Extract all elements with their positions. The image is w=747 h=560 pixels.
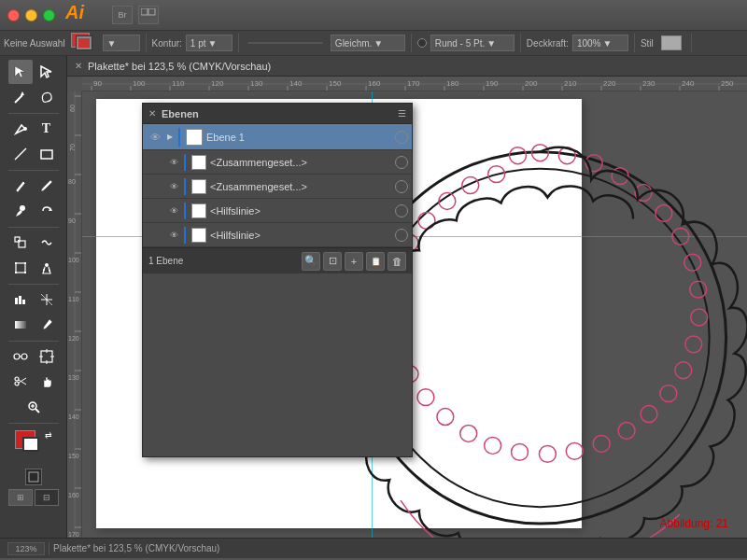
svg-rect-18 bbox=[15, 272, 17, 273]
sublayer-row-1[interactable]: 👁 <Zusammengeset...> bbox=[143, 150, 412, 175]
blend-tool[interactable] bbox=[8, 344, 33, 369]
sublayer-color-1 bbox=[184, 154, 186, 171]
layer-expand[interactable]: ▶ bbox=[163, 131, 176, 144]
new-sublayer-button[interactable]: + bbox=[345, 252, 363, 271]
scissors-tool[interactable] bbox=[8, 370, 33, 394]
minimize-button[interactable] bbox=[25, 9, 37, 21]
eyedropper-tool[interactable] bbox=[35, 313, 59, 337]
bridge-icon[interactable]: Br bbox=[112, 6, 133, 24]
ruler-vertical: 60 70 80 90 100 110 120 130 140 bbox=[67, 91, 82, 538]
rotate-tool[interactable] bbox=[35, 199, 59, 223]
panel-close-button[interactable]: ✕ bbox=[148, 108, 156, 119]
sublayer-eye-4[interactable]: 👁 bbox=[165, 227, 182, 244]
close-button[interactable] bbox=[7, 9, 20, 21]
tool-row-10 bbox=[8, 313, 59, 337]
sublayer-target-1[interactable] bbox=[395, 156, 408, 169]
gradient-tool[interactable] bbox=[8, 313, 33, 337]
sep3 bbox=[411, 34, 412, 52]
svg-text:90: 90 bbox=[68, 217, 76, 224]
change-screen-mode[interactable] bbox=[25, 469, 42, 485]
sublayer-target-4[interactable] bbox=[395, 229, 408, 242]
sublayer-name-4: <Hilfslinie> bbox=[210, 230, 395, 241]
new-layer-button[interactable]: 📋 bbox=[366, 252, 385, 271]
svg-text:130: 130 bbox=[68, 374, 79, 381]
deckkraft-dropdown[interactable]: 100%▼ bbox=[572, 35, 628, 51]
sublayer-eye-3[interactable]: 👁 bbox=[165, 203, 182, 219]
artboard-tool[interactable] bbox=[35, 344, 59, 369]
pen-tool[interactable] bbox=[8, 117, 33, 141]
svg-text:100: 100 bbox=[68, 257, 79, 263]
svg-rect-19 bbox=[24, 272, 26, 273]
graph-tool[interactable] bbox=[8, 287, 33, 312]
svg-point-126 bbox=[675, 362, 692, 379]
stroke-color-dropdown[interactable]: ▼ bbox=[103, 35, 140, 51]
abbildung-label: Abbildung: 21 bbox=[660, 517, 728, 530]
tool-sep-3 bbox=[8, 227, 59, 228]
blob-brush-tool[interactable] bbox=[8, 199, 33, 223]
layer-row-main[interactable]: 👁 ▶ Ebene 1 bbox=[143, 124, 412, 150]
sep2 bbox=[238, 34, 239, 52]
direct-selection-tool[interactable] bbox=[35, 60, 59, 84]
maximize-button[interactable] bbox=[43, 9, 55, 21]
cap-dropdown[interactable]: Rund - 5 Pt.▼ bbox=[430, 35, 514, 51]
delete-layer-button[interactable]: 🗑 bbox=[388, 252, 406, 271]
sublayer-row-4[interactable]: 👁 <Hilfslinie> bbox=[143, 223, 412, 247]
svg-marker-5 bbox=[21, 91, 24, 95]
scale-tool[interactable] bbox=[8, 231, 33, 255]
layer-target-main[interactable] bbox=[395, 131, 408, 144]
svg-text:120: 120 bbox=[68, 335, 79, 342]
main-area: T bbox=[0, 56, 747, 538]
free-transform-tool[interactable] bbox=[8, 256, 33, 280]
svg-point-132 bbox=[539, 445, 556, 462]
lasso-tool[interactable] bbox=[35, 85, 59, 109]
symbol-sprayer-tool[interactable] bbox=[35, 256, 59, 280]
svg-text:100: 100 bbox=[133, 79, 146, 88]
hand-tool[interactable] bbox=[35, 370, 59, 394]
tool-row-3: T bbox=[8, 117, 59, 141]
magic-wand-tool[interactable] bbox=[8, 85, 33, 109]
kontur-label: Kontur: bbox=[152, 38, 182, 49]
line-tool[interactable] bbox=[8, 142, 33, 166]
sublayer-eye-2[interactable]: 👁 bbox=[165, 178, 182, 195]
svg-text:170: 170 bbox=[68, 531, 79, 538]
svg-text:70: 70 bbox=[69, 144, 76, 151]
screen-mode-btn[interactable]: ⊞ bbox=[8, 489, 33, 506]
svg-line-7 bbox=[15, 148, 26, 160]
type-tool[interactable]: T bbox=[35, 117, 59, 141]
arrange-btn[interactable]: ⊟ bbox=[35, 489, 59, 506]
zoom-level[interactable]: 123% bbox=[7, 542, 45, 555]
svg-text:120: 120 bbox=[211, 79, 224, 88]
search-layers-button[interactable]: 🔍 bbox=[302, 252, 320, 271]
svg-point-30 bbox=[14, 354, 20, 359]
sublayer-eye-1[interactable]: 👁 bbox=[165, 154, 182, 171]
pencil-tool[interactable] bbox=[8, 174, 33, 198]
selection-tool[interactable] bbox=[8, 60, 33, 84]
sublayer-row-3[interactable]: 👁 <Hilfslinie> bbox=[143, 199, 412, 223]
layer-eye-main[interactable]: 👁 bbox=[147, 129, 163, 146]
zoom-tool[interactable] bbox=[21, 395, 46, 419]
svg-text:90: 90 bbox=[93, 79, 102, 88]
stroke-box[interactable] bbox=[22, 437, 39, 452]
svg-text:180: 180 bbox=[446, 79, 459, 88]
view-icon[interactable] bbox=[138, 6, 159, 24]
layers-count: 1 Ebene bbox=[148, 256, 299, 266]
sublayer-row-2[interactable]: 👁 <Zusammengeset...> bbox=[143, 175, 412, 199]
rect-tool[interactable] bbox=[35, 142, 59, 166]
sublayer-target-3[interactable] bbox=[395, 204, 408, 217]
warp-tool[interactable] bbox=[35, 231, 59, 255]
panel-menu-button[interactable]: ☰ bbox=[398, 108, 406, 119]
svg-point-133 bbox=[512, 443, 529, 460]
brush-tool[interactable] bbox=[35, 174, 59, 198]
panel-title: Ebenen bbox=[162, 108, 398, 119]
svg-text:240: 240 bbox=[682, 79, 695, 88]
sublayer-target-2[interactable] bbox=[395, 180, 408, 193]
kontur-dropdown[interactable]: 1 pt▼ bbox=[186, 35, 233, 51]
tab-close[interactable]: ✕ bbox=[75, 61, 82, 71]
svg-text:170: 170 bbox=[407, 79, 420, 88]
svg-point-148 bbox=[510, 147, 527, 164]
mesh-tool[interactable] bbox=[35, 287, 59, 312]
swap-colors[interactable]: ⇄ bbox=[45, 430, 52, 440]
sep4 bbox=[520, 34, 521, 52]
stroke-style-dropdown[interactable]: Gleichm.▼ bbox=[331, 35, 405, 51]
make-clipping-mask-button[interactable]: ⊡ bbox=[323, 252, 342, 271]
